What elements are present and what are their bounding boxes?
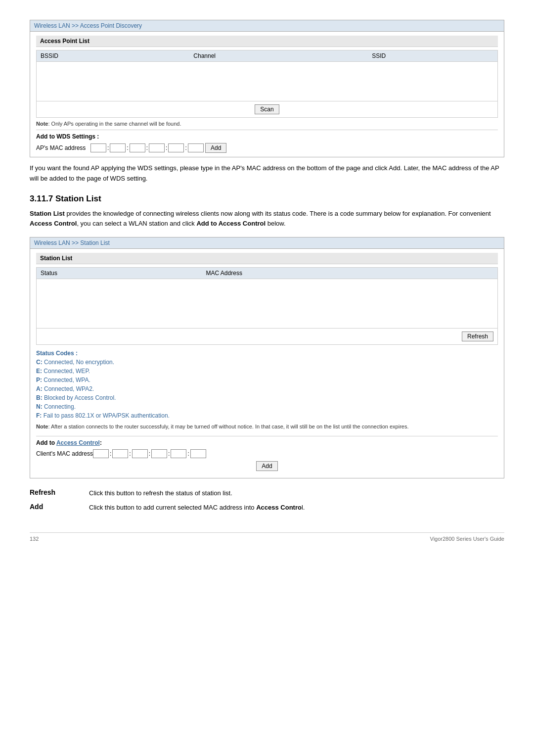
status-codes-section: Status Codes : C: Connected, No encrypti… [36, 348, 498, 432]
ap-discovery-nav: Wireless LAN >> Access Point Discovery [30, 20, 504, 32]
ap-list-table: BSSID Channel SSID [37, 50, 497, 101]
ap-table-body [37, 62, 497, 101]
gloss-refresh: Refresh Click this button to refresh the… [30, 488, 504, 498]
client-mac-sep-1: : [109, 450, 112, 457]
station-note: Note: After a station connects to the ro… [36, 423, 498, 430]
gloss-add-def: Click this button to add current selecte… [89, 503, 504, 513]
status-header: Status [37, 268, 202, 279]
station-list-panel: Wireless LAN >> Station List Station Lis… [30, 237, 504, 478]
station-list-content: Station List Status MAC Address Refresh [30, 249, 504, 477]
client-mac-field-2[interactable] [112, 449, 128, 458]
status-code-a: A: Connected, WPA2. [36, 384, 498, 393]
client-mac-sep-2: : [128, 450, 132, 457]
client-mac-inputs: : : : : : [93, 449, 206, 458]
channel-header: Channel [189, 50, 368, 62]
station-add-row: Add [36, 458, 498, 474]
access-control-section: Add to Access Control: Client's MAC addr… [36, 436, 498, 474]
mac-sep-3: : [145, 144, 149, 151]
ap-mac-row: AP's MAC address : : : : : Add [36, 143, 498, 153]
client-mac-sep-4: : [167, 450, 171, 457]
mac-sep-4: : [165, 144, 168, 151]
ap-discovery-section-title: Access Point List [36, 36, 498, 47]
refresh-row: Refresh [37, 329, 497, 344]
ap-mac-field-5[interactable] [168, 143, 184, 152]
ap-mac-field-1[interactable] [90, 143, 106, 152]
mac-address-header: MAC Address [202, 268, 497, 279]
status-code-p: P: Connected, WPA. [36, 376, 498, 384]
access-control-link[interactable]: Access Control [56, 439, 100, 446]
scan-button[interactable]: Scan [255, 104, 279, 114]
ap-mac-field-2[interactable] [110, 143, 126, 152]
footer-page-number: 132 [30, 536, 39, 542]
status-codes-title: Status Codes : [36, 350, 498, 357]
gloss-add: Add Click this button to add current sel… [30, 503, 504, 513]
ap-note: Note: Only APs operating in the same cha… [36, 121, 498, 127]
ap-mac-label: AP's MAC address [36, 144, 90, 151]
ap-mac-field-6[interactable] [188, 143, 204, 152]
station-list-nav-text: Wireless LAN >> Station List [34, 239, 110, 246]
ap-mac-inputs: : : : : : [90, 143, 204, 152]
station-list-intro: Station List provides the knowledge of c… [30, 209, 504, 230]
station-list-table-container: Status MAC Address Refresh [36, 267, 498, 345]
glossary: Refresh Click this button to refresh the… [30, 488, 504, 513]
ssid-header: SSID [368, 50, 497, 62]
access-control-prefix: Add to [36, 439, 56, 446]
mac-sep-1: : [106, 144, 110, 151]
ap-discovery-content: Access Point List BSSID Channel SSID Sca… [30, 32, 504, 157]
status-code-n: N: Connecting. [36, 402, 498, 411]
ap-mac-field-3[interactable] [130, 143, 145, 152]
footer: 132 Vigor2800 Series User's Guide [30, 532, 504, 542]
station-list-heading: 3.11.7 Station List [30, 194, 504, 204]
wds-title: Add to WDS Settings : [36, 133, 498, 140]
station-list-table: Status MAC Address [37, 268, 497, 329]
client-mac-label: Client's MAC address [36, 450, 93, 457]
mac-sep-2: : [126, 144, 129, 151]
client-mac-sep-5: : [186, 450, 190, 457]
station-list-nav: Wireless LAN >> Station List [30, 237, 504, 249]
wds-settings-section: Add to WDS Settings : AP's MAC address :… [36, 130, 498, 153]
ap-discovery-panel: Wireless LAN >> Access Point Discovery A… [30, 20, 504, 157]
client-mac-sep-3: : [148, 450, 151, 457]
status-code-e: E: Connected, WEP. [36, 367, 498, 376]
mac-sep-5: : [184, 144, 187, 151]
ap-mac-field-4[interactable] [149, 143, 165, 152]
footer-product: Vigor2800 Series User's Guide [430, 536, 504, 542]
status-code-b: B: Blocked by Access Control. [36, 393, 498, 402]
client-mac-field-4[interactable] [151, 449, 167, 458]
ap-list-table-container: BSSID Channel SSID Scan [36, 50, 498, 118]
gloss-add-term: Add [30, 503, 79, 511]
bssid-header: BSSID [37, 50, 189, 62]
status-code-f: F: Fail to pass 802.1X or WPA/PSK authen… [36, 411, 498, 420]
ap-discovery-nav-text: Wireless LAN >> Access Point Discovery [34, 22, 142, 29]
client-mac-row: Client's MAC address : : : : : [36, 449, 498, 458]
gloss-refresh-term: Refresh [30, 488, 79, 496]
ap-body-paragraph: If you want the found AP applying the WD… [30, 163, 504, 184]
scan-row: Scan [37, 101, 497, 117]
station-table-body [37, 279, 497, 329]
status-code-c: C: Connected, No encryption. [36, 358, 498, 367]
client-mac-field-6[interactable] [190, 449, 206, 458]
access-control-colon: : [100, 439, 102, 446]
gloss-refresh-def: Click this button to refresh the status … [89, 488, 504, 498]
station-list-section-title: Station List [36, 253, 498, 264]
client-mac-field-5[interactable] [171, 449, 186, 458]
client-mac-field-3[interactable] [132, 449, 148, 458]
station-add-button[interactable]: Add [256, 461, 277, 471]
client-mac-field-1[interactable] [93, 449, 109, 458]
refresh-button[interactable]: Refresh [462, 331, 493, 341]
access-control-title: Add to Access Control: [36, 439, 498, 446]
ap-add-button[interactable]: Add [205, 143, 226, 153]
